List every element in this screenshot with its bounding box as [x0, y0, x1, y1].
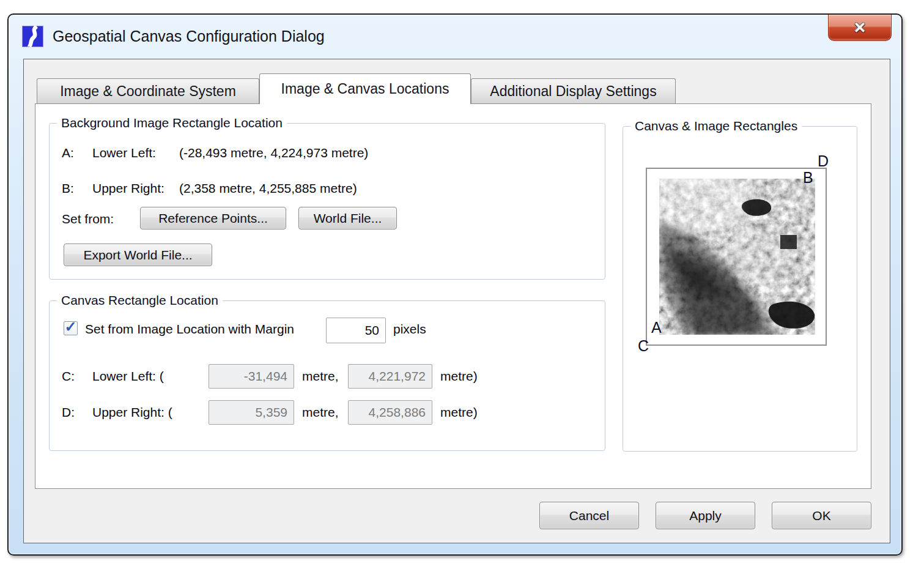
row-label: Upper Right:: [92, 181, 179, 196]
title-bar: Geospatial Canvas Configuration Dialog: [22, 22, 325, 50]
button-label: Export World File...: [83, 248, 192, 263]
group-background-image-rectangle: Background Image Rectangle Location A: L…: [49, 123, 605, 280]
canvas-lower-left-y-input: [348, 364, 432, 389]
row-label: Lower Left: (: [92, 369, 209, 384]
app-icon: [22, 26, 43, 47]
tab-label: Image & Coordinate System: [60, 83, 236, 100]
tab-image-canvas-locations[interactable]: Image & Canvas Locations: [259, 73, 471, 104]
group-canvas-rectangle: Canvas Rectangle Location ✓ Set from Ima…: [49, 300, 605, 451]
satellite-image: [659, 179, 815, 335]
ok-button[interactable]: OK: [772, 502, 871, 529]
row-prefix: C:: [62, 369, 92, 384]
export-world-file-button[interactable]: Export World File...: [64, 244, 212, 266]
margin-unit-label: pixels: [393, 322, 426, 337]
cancel-button[interactable]: Cancel: [539, 502, 639, 529]
world-file-button[interactable]: World File...: [298, 207, 397, 229]
row-prefix: B:: [62, 181, 92, 196]
close-icon: ✕: [854, 20, 867, 35]
tab-page-image-canvas-locations: Background Image Rectangle Location A: L…: [35, 103, 871, 489]
row-lower-left-c: C: Lower Left: ( metre, metre): [62, 364, 478, 389]
corner-label-a: A: [651, 320, 662, 335]
window-title: Geospatial Canvas Configuration Dialog: [53, 28, 325, 45]
tab-image-coordinate-system[interactable]: Image & Coordinate System: [37, 78, 259, 103]
row-value: (2,358 metre, 4,255,885 metre): [179, 181, 357, 196]
dialog-client-area: Image & Coordinate System Image & Canvas…: [23, 59, 890, 543]
button-label: World File...: [314, 211, 382, 226]
button-label: Reference Points...: [158, 211, 268, 226]
canvas-lower-left-x-input: [209, 364, 294, 389]
button-label: Apply: [689, 508, 722, 523]
metre-separator: metre,: [302, 369, 348, 384]
checkbox-label: Set from Image Location with Margin: [85, 322, 294, 337]
corner-label-c: C: [638, 338, 649, 354]
set-from-image-location-checkbox[interactable]: ✓: [64, 321, 78, 335]
row-prefix: D:: [62, 405, 92, 420]
metre-separator: metre,: [302, 405, 348, 420]
tab-additional-display-settings[interactable]: Additional Display Settings: [471, 78, 676, 103]
button-label: OK: [812, 508, 830, 523]
row-lower-left-a: A: Lower Left: (-28,493 metre, 4,224,973…: [62, 146, 368, 160]
corner-label-b: B: [803, 170, 813, 185]
button-label: Cancel: [569, 508, 609, 523]
group-title: Canvas & Image Rectangles: [630, 119, 802, 133]
metre-suffix: metre): [440, 369, 478, 384]
row-upper-right-d: D: Upper Right: ( metre, metre): [62, 400, 478, 425]
canvas-upper-right-x-input: [209, 400, 294, 425]
row-label: Upper Right: (: [92, 405, 209, 420]
tab-label: Additional Display Settings: [490, 83, 656, 100]
reference-points-button[interactable]: Reference Points...: [140, 207, 286, 229]
apply-button[interactable]: Apply: [656, 502, 755, 529]
group-title: Background Image Rectangle Location: [57, 116, 287, 130]
metre-suffix: metre): [440, 405, 478, 420]
row-prefix: A:: [62, 146, 92, 160]
set-from-label: Set from:: [62, 212, 114, 226]
checkmark-icon: ✓: [64, 319, 76, 334]
row-label: Lower Left:: [92, 146, 179, 160]
dialog-window: Geospatial Canvas Configuration Dialog ✕…: [7, 13, 903, 556]
margin-pixels-input[interactable]: [326, 318, 386, 343]
group-canvas-image-rectangles: Canvas & Image Rectangles: [623, 126, 857, 452]
group-title: Canvas Rectangle Location: [57, 293, 223, 308]
close-button[interactable]: ✕: [828, 15, 892, 41]
canvas-upper-right-y-input: [348, 400, 432, 425]
row-value: (-28,493 metre, 4,224,973 metre): [179, 146, 368, 160]
tab-label: Image & Canvas Locations: [281, 81, 449, 97]
row-upper-right-b: B: Upper Right: (2,358 metre, 4,255,885 …: [62, 181, 357, 196]
corner-label-d: D: [818, 154, 829, 169]
